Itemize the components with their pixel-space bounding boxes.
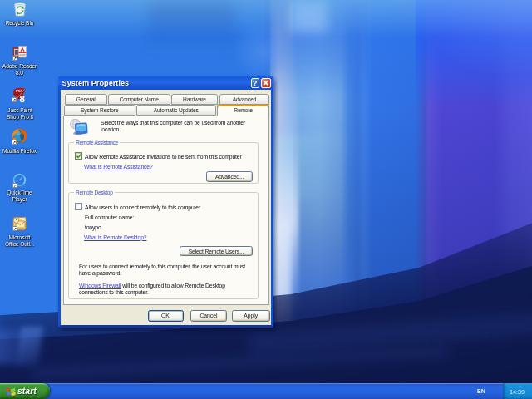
svg-text:8: 8 [20,94,26,104]
